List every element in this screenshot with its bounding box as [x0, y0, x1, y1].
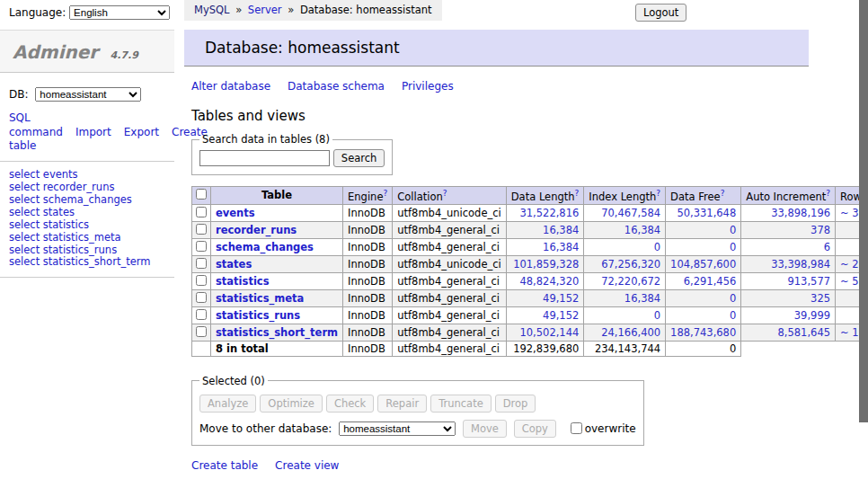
move-db-select[interactable]: homeassistant: [339, 421, 456, 436]
data-length-cell: 16,384: [506, 221, 584, 238]
row-checkbox[interactable]: [196, 241, 207, 252]
sidebar-item-statistics_short_term[interactable]: select statistics_short_term: [9, 256, 165, 269]
repair-button[interactable]: Repair: [377, 395, 427, 413]
table-name-cell: statistics_short_term: [211, 324, 343, 341]
engine-cell: InnoDB: [343, 238, 393, 255]
total-index-length-cell: 234,143,744: [584, 341, 666, 356]
check-button[interactable]: Check: [326, 395, 374, 413]
truncate-button[interactable]: Truncate: [430, 395, 492, 413]
index-length-cell: 24,166,400: [584, 324, 666, 341]
action-link-privileges[interactable]: Privileges: [402, 80, 454, 93]
copy-button[interactable]: Copy: [514, 420, 556, 438]
table-row: statistics_metaInnoDButf8mb4_general_ci4…: [192, 289, 868, 306]
row-checkbox-cell: [192, 238, 211, 255]
language-select[interactable]: English: [69, 5, 170, 20]
table-link-states[interactable]: states: [216, 258, 252, 271]
overwrite-checkbox[interactable]: [571, 422, 582, 434]
engine-cell: InnoDB: [343, 306, 393, 324]
tables-and-views-heading: Tables and views: [191, 108, 809, 124]
app-version[interactable]: 4.7.9: [111, 49, 138, 61]
data-length-cell: 101,859,328: [506, 255, 584, 272]
help-icon[interactable]: ?: [721, 189, 725, 198]
row-checkbox-cell: [192, 306, 211, 324]
table-name-cell: statistics: [211, 272, 343, 289]
move-button[interactable]: Move: [463, 420, 507, 438]
row-checkbox[interactable]: [196, 309, 207, 320]
sidebar-item-schema_changes[interactable]: select schema_changes: [9, 194, 165, 207]
column-header-collation: Collation?: [393, 187, 507, 205]
collation-cell: utf8mb4_general_ci: [393, 306, 507, 324]
data-length-cell: 10,502,144: [506, 324, 584, 341]
row-checkbox[interactable]: [196, 258, 207, 269]
action-link-database-schema[interactable]: Database schema: [288, 80, 385, 93]
auto-increment-cell: 39,999: [741, 306, 836, 324]
data-free-cell: 0: [666, 238, 741, 255]
table-link-events[interactable]: events: [216, 207, 255, 219]
table-link-statistics_meta[interactable]: statistics_meta: [216, 292, 304, 305]
sidebar-link-export[interactable]: Export: [124, 126, 159, 138]
collation-cell: utf8mb4_general_ci: [393, 324, 507, 341]
search-input[interactable]: [199, 150, 330, 166]
selected-fieldset: Selected (0) AnalyzeOptimizeCheckRepairT…: [191, 375, 644, 446]
engine-cell: InnoDB: [343, 324, 393, 341]
link-create-view[interactable]: Create view: [275, 459, 339, 472]
action-link-alter-database[interactable]: Alter database: [191, 80, 270, 93]
sidebar-item-recorder_runs[interactable]: select recorder_runs: [9, 182, 165, 194]
engine-cell: InnoDB: [343, 204, 393, 221]
breadcrumb-link-mysql[interactable]: MySQL: [194, 4, 230, 16]
select-all-cell: [192, 187, 211, 205]
table-link-statistics_runs[interactable]: statistics_runs: [216, 309, 300, 322]
help-icon[interactable]: ?: [826, 189, 830, 198]
row-checkbox[interactable]: [196, 207, 207, 217]
column-header-label: Data Free: [670, 191, 721, 203]
engine-cell: InnoDB: [343, 255, 393, 272]
link-create-table[interactable]: Create table: [191, 459, 258, 472]
drop-button[interactable]: Drop: [495, 395, 536, 413]
search-legend: Search data in tables (8): [199, 133, 332, 146]
optimize-button[interactable]: Optimize: [260, 395, 323, 413]
help-icon[interactable]: ?: [656, 189, 660, 198]
row-checkbox[interactable]: [196, 275, 207, 286]
row-checkbox[interactable]: [196, 326, 207, 337]
search-button[interactable]: Search: [333, 149, 385, 167]
table-link-recorder_runs[interactable]: recorder_runs: [216, 224, 297, 236]
breadcrumb-current: Database: homeassistant: [300, 4, 432, 16]
sidebar: Language: English Adminer 4.7.9 DB: home…: [0, 0, 174, 284]
help-icon[interactable]: ?: [383, 189, 387, 198]
scrollbar-track[interactable]: [859, 0, 868, 488]
index-length-cell: 16,384: [584, 289, 666, 306]
sidebar-item-statistics[interactable]: select statistics: [9, 218, 165, 231]
index-length-cell: 0: [584, 238, 666, 255]
auto-increment-cell: 8,581,645: [741, 324, 836, 341]
sidebar-link-sql-command[interactable]: SQL command: [9, 111, 63, 138]
row-checkbox[interactable]: [196, 292, 207, 303]
db-select[interactable]: homeassistant: [35, 87, 141, 102]
scrollbar-thumb[interactable]: [859, 0, 868, 422]
help-icon[interactable]: ?: [575, 189, 580, 198]
table-link-statistics_short_term[interactable]: statistics_short_term: [216, 326, 338, 339]
row-checkbox-cell: [192, 289, 211, 306]
data-free-cell: 6,291,456: [666, 272, 741, 289]
breadcrumb-link-server[interactable]: Server: [248, 4, 282, 16]
sidebar-item-events[interactable]: select events: [9, 169, 165, 182]
overwrite-label[interactable]: overwrite: [567, 422, 636, 435]
breadcrumb-separator: »: [230, 4, 248, 16]
row-checkbox-cell: [192, 272, 211, 289]
help-icon[interactable]: ?: [443, 189, 447, 198]
logout-button[interactable]: Logout: [635, 4, 686, 22]
analyze-button[interactable]: Analyze: [199, 395, 256, 413]
sidebar-divider-top: [0, 161, 174, 162]
row-checkbox[interactable]: [196, 224, 207, 235]
page-title: Database: homeassistant: [184, 30, 809, 67]
total-engine-cell: InnoDB: [343, 341, 393, 356]
sidebar-item-statistics_meta[interactable]: select statistics_meta: [9, 231, 165, 244]
table-link-statistics[interactable]: statistics: [216, 275, 270, 288]
sidebar-item-states[interactable]: select states: [9, 206, 165, 218]
sidebar-item-statistics_runs[interactable]: select statistics_runs: [9, 244, 165, 256]
sidebar-link-import[interactable]: Import: [75, 126, 111, 138]
table-name-cell: recorder_runs: [211, 221, 343, 238]
table-link-schema_changes[interactable]: schema_changes: [216, 241, 314, 253]
select-all-checkbox[interactable]: [196, 189, 207, 200]
search-fieldset: Search data in tables (8) Search: [191, 133, 393, 175]
sidebar-divider-bottom: [0, 277, 174, 278]
